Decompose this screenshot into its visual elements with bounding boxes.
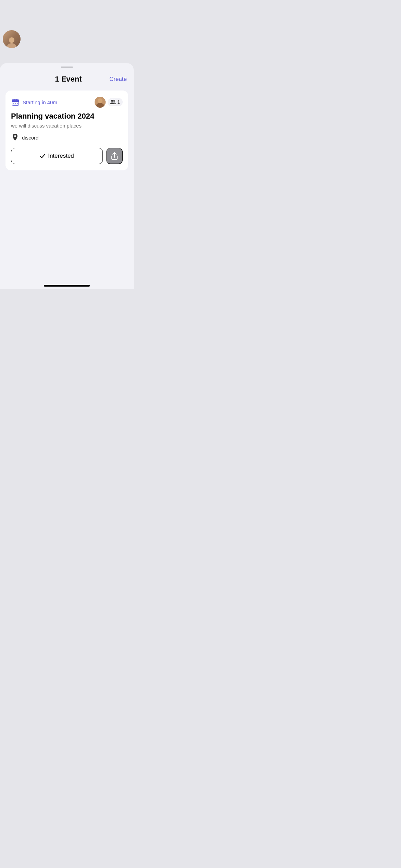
svg-point-3 — [7, 43, 16, 48]
event-location: discord — [11, 133, 123, 142]
share-icon — [111, 152, 118, 160]
svg-rect-17 — [13, 103, 14, 104]
attendees-section: 1 — [95, 97, 123, 108]
sheet-header: 1 Event Create — [0, 73, 134, 91]
calendar-icon — [11, 98, 20, 107]
svg-rect-15 — [14, 99, 15, 101]
attendee-count: 1 — [117, 99, 120, 105]
event-title: Planning vacation 2024 — [11, 112, 123, 121]
home-indicator — [44, 285, 90, 287]
svg-point-21 — [98, 98, 102, 103]
interested-label: Interested — [48, 153, 74, 159]
svg-rect-16 — [16, 99, 17, 101]
event-card: Starting in 40m — [5, 91, 128, 170]
svg-rect-18 — [15, 103, 16, 104]
interested-button[interactable]: Interested — [11, 148, 103, 164]
svg-point-2 — [9, 37, 14, 43]
create-button[interactable]: Create — [109, 76, 127, 83]
bottom-sheet: 1 Event Create — [0, 63, 134, 289]
sheet-title: 1 Event — [27, 75, 109, 84]
event-description: we will discuss vacation places — [11, 123, 123, 129]
event-timing: Starting in 40m — [11, 98, 57, 107]
attendee-count-pill: 1 — [108, 98, 123, 106]
sheet-handle — [61, 67, 73, 68]
event-location-text: discord — [22, 135, 38, 141]
event-starting-time: Starting in 40m — [23, 99, 57, 105]
background-avatar — [3, 30, 21, 48]
svg-rect-19 — [17, 103, 18, 104]
attendee-avatar — [95, 97, 106, 108]
svg-rect-14 — [12, 101, 19, 102]
event-card-header: Starting in 40m — [11, 97, 123, 108]
share-button[interactable] — [106, 148, 123, 164]
location-icon — [11, 133, 19, 142]
attendees-icon — [110, 100, 116, 105]
event-actions: Interested — [11, 148, 123, 164]
check-icon — [40, 154, 45, 158]
